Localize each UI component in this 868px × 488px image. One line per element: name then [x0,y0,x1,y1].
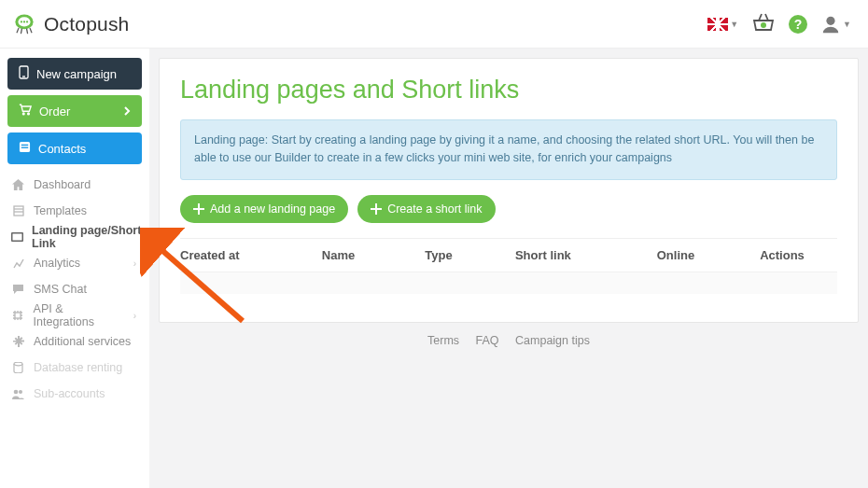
chevron-down-icon: ▼ [843,20,851,29]
person-icon [820,14,841,35]
sidebar-item-label: Sub-accounts [34,387,105,400]
brand[interactable]: Octopush [11,11,130,37]
landing-pages-table: Created at Name Type Short link Online A… [180,238,837,294]
sidebar-item-subaccounts: Sub-accounts [7,381,142,407]
svg-point-10 [28,113,30,115]
svg-point-5 [761,22,766,28]
new-campaign-label: New campaign [36,67,117,81]
header-actions: ▼ ? ▼ [707,12,851,36]
landing-icon [11,232,23,242]
footer-tips-link[interactable]: Campaign tips [515,334,590,347]
api-icon [11,310,25,321]
svg-rect-13 [21,147,28,148]
page-title: Landing pages and Short links [180,76,837,105]
chevron-right-icon: › [133,311,136,321]
sidebar-item-label: Additional services [34,335,131,348]
sidebar-item-landing[interactable]: Landing page/Short Link [7,224,142,250]
sidebar-nav: Dashboard Templates Landing page/Short L… [7,172,142,407]
col-created-at[interactable]: Created at [180,248,322,262]
cart-icon [19,104,32,119]
sidebar-item-database: Database renting [7,355,142,381]
sidebar-item-additional[interactable]: Additional services [7,328,142,355]
sidebar-item-analytics[interactable]: Analytics › [7,250,142,276]
order-button[interactable]: Order [7,95,142,127]
add-landing-page-button[interactable]: Add a new landing page [180,195,348,223]
chevron-right-icon [124,105,131,119]
sidebar: New campaign Order Contacts Dashboard [0,49,149,488]
account-menu[interactable]: ▼ [820,14,851,35]
svg-point-22 [19,390,22,394]
basket-icon[interactable] [751,12,776,36]
col-online[interactable]: Online [657,248,760,262]
plus-icon [371,203,382,215]
app-body: New campaign Order Contacts Dashboard [0,49,868,488]
table-empty-body [180,272,837,294]
button-label: Create a short link [387,202,482,216]
sidebar-item-label: Analytics [34,257,80,270]
main-panel: Landing pages and Short links Landing pa… [159,58,859,323]
footer-faq-link[interactable]: FAQ [476,334,499,347]
contacts-icon [19,141,31,156]
sidebar-item-label: SMS Chat [34,283,87,296]
footer-links: Terms FAQ Campaign tips [159,323,859,347]
analytics-icon [11,258,25,269]
svg-point-6 [826,16,834,24]
new-campaign-button[interactable]: New campaign [7,58,142,90]
sidebar-item-label: Dashboard [34,178,91,191]
button-label: Add a new landing page [210,202,335,216]
help-icon[interactable]: ? [789,15,807,34]
sidebar-item-label: API & Integrations [34,302,125,328]
svg-point-2 [21,21,22,22]
language-selector[interactable]: ▼ [707,18,738,31]
mobile-icon [19,65,29,82]
sidebar-item-templates[interactable]: Templates [7,198,142,224]
sidebar-item-smschat[interactable]: SMS Chat [7,276,142,302]
chevron-down-icon: ▼ [730,20,738,29]
contacts-button[interactable]: Contacts [7,132,142,164]
chat-icon [11,284,25,295]
plus-icon [193,203,204,215]
services-icon [11,336,25,347]
sidebar-item-label: Database renting [34,361,122,374]
sidebar-item-label: Templates [34,204,87,217]
templates-icon [11,205,25,216]
col-type[interactable]: Type [425,248,515,262]
svg-rect-12 [21,145,28,146]
svg-point-20 [14,362,22,366]
svg-rect-18 [13,234,22,241]
col-short-link[interactable]: Short link [515,248,657,262]
sidebar-item-dashboard[interactable]: Dashboard [7,172,142,198]
users-icon [11,389,25,399]
table-header-row: Created at Name Type Short link Online A… [180,238,837,272]
col-actions[interactable]: Actions [760,248,837,262]
sidebar-item-label: Landing page/Short Link [32,224,142,250]
order-label: Order [39,105,70,119]
svg-rect-19 [15,313,21,318]
svg-rect-14 [14,206,23,216]
database-icon [11,362,25,373]
action-buttons: Add a new landing page Create a short li… [180,195,837,223]
svg-point-9 [22,113,24,115]
svg-point-3 [23,21,25,22]
sidebar-item-api[interactable]: API & Integrations › [7,302,142,328]
chevron-right-icon: › [133,258,136,269]
svg-point-21 [14,389,19,394]
col-name[interactable]: Name [322,248,425,262]
header: Octopush ▼ ? ▼ [0,0,868,49]
content-area: Landing pages and Short links Landing pa… [149,49,868,488]
logo-icon [11,11,37,37]
svg-point-4 [26,21,28,22]
create-short-link-button[interactable]: Create a short link [357,195,495,223]
info-box: Landing page: Start by creating a landin… [180,119,837,180]
flag-uk-icon [707,18,728,31]
footer-terms-link[interactable]: Terms [427,334,459,347]
contacts-label: Contacts [38,142,86,156]
home-icon [11,179,25,190]
brand-name: Octopush [44,13,130,35]
